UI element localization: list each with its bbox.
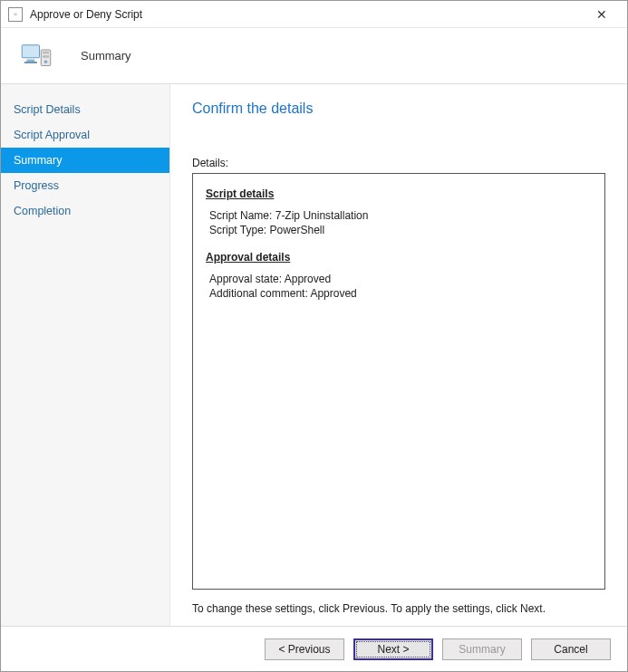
header-banner: Summary [1,28,627,84]
sidebar-item-completion[interactable]: Completion [1,198,169,224]
sidebar-item-script-approval[interactable]: Script Approval [1,122,169,148]
hint-text: To change these settings, click Previous… [192,602,605,615]
sidebar-item-progress[interactable]: Progress [1,173,169,198]
approval-details-heading: Approval details [206,250,592,264]
wizard-sidebar: Script Details Script Approval Summary P… [1,84,170,626]
wizard-icon [17,37,55,75]
title-bar: ▫ Approve or Deny Script ✕ [1,1,627,28]
approval-state-row: Approval state: Approved [206,272,592,286]
additional-comment-label: Additional comment: [209,287,308,300]
details-box: Script details Script Name: 7-Zip Uninst… [192,173,605,590]
svg-rect-2 [24,62,37,63]
svg-rect-5 [43,55,49,58]
details-label: Details: [192,157,605,169]
cancel-button[interactable]: Cancel [531,638,611,660]
app-icon: ▫ [8,7,23,22]
main-panel: Confirm the details Details: Script deta… [170,84,627,626]
approval-state-value: Approved [285,273,331,285]
next-button[interactable]: Next > [353,638,433,660]
close-button[interactable]: ✕ [584,2,620,27]
script-name-row: Script Name: 7-Zip Uninstallation [206,208,592,223]
summary-button: Summary [442,638,522,660]
close-icon: ✕ [596,7,607,22]
sidebar-item-script-details[interactable]: Script Details [1,97,169,122]
svg-rect-0 [22,44,39,57]
script-type-label: Script Type: [209,224,266,236]
script-type-value: PowerShell [269,224,324,236]
wizard-footer: < Previous Next > Summary Cancel [1,626,627,671]
script-details-heading: Script details [206,187,592,201]
svg-point-6 [44,60,48,63]
content-area: Script Details Script Approval Summary P… [1,84,627,626]
svg-rect-4 [43,51,49,53]
section-approval-details: Approval details Approval state: Approve… [206,250,592,301]
banner-title: Summary [81,49,131,62]
window-title: Approve or Deny Script [30,8,584,21]
script-type-row: Script Type: PowerShell [206,223,592,237]
additional-comment-value: Approved [310,287,356,300]
page-heading: Confirm the details [192,101,605,117]
svg-rect-1 [27,59,35,62]
script-name-label: Script Name: [209,209,272,222]
previous-button[interactable]: < Previous [265,638,344,660]
additional-comment-row: Additional comment: Approved [206,286,592,301]
sidebar-item-summary[interactable]: Summary [1,148,169,173]
script-name-value: 7-Zip Uninstallation [275,209,369,222]
approval-state-label: Approval state: [209,273,282,285]
section-script-details: Script details Script Name: 7-Zip Uninst… [206,187,592,237]
